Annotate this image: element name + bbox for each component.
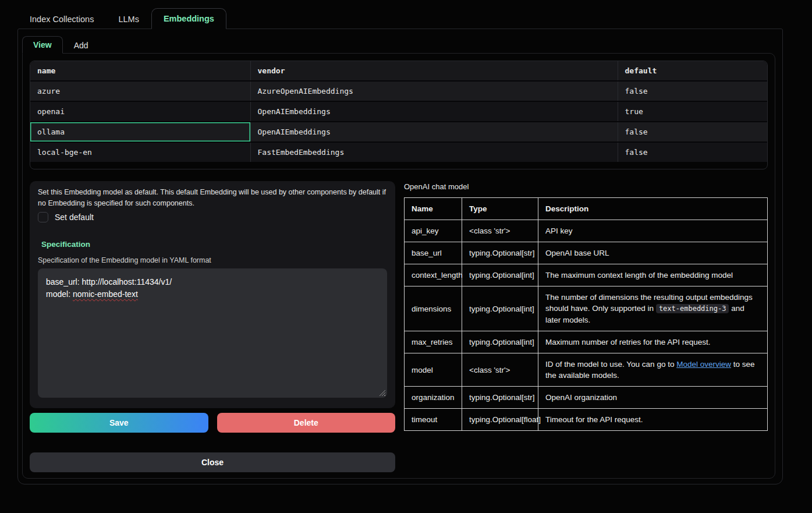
yaml-spec-editor[interactable]: base_url: http://localhost:11434/v1/ mod…	[38, 268, 387, 398]
schema-cell-description: ID of the model to use. You can go to Mo…	[538, 353, 768, 387]
resize-handle-icon[interactable]	[379, 390, 385, 396]
yaml-line-base-url: base_url: http://localhost:11434/v1/	[46, 276, 379, 288]
schema-column: OpenAI chat model Name Type Description …	[404, 181, 768, 472]
delete-button[interactable]: Delete	[217, 413, 396, 433]
schema-cell-name: max_retries	[405, 331, 462, 353]
set-default-checkbox-row[interactable]: Set default	[38, 212, 387, 222]
schema-cell-name: timeout	[405, 409, 462, 431]
schema-row: model<class 'str'>ID of the model to use…	[405, 353, 768, 387]
schema-column-name: Name	[405, 198, 462, 220]
embedding-cell-default[interactable]: false	[618, 142, 767, 162]
specification-heading: Specification	[41, 240, 387, 249]
embedding-cell-default[interactable]: false	[618, 122, 767, 142]
schema-cell-type: typing.Optional[str]	[462, 242, 538, 264]
tab-add[interactable]: Add	[63, 37, 100, 54]
default-help-text: Set this Embedding model as default. Thi…	[38, 187, 387, 209]
default-settings-panel: Set this Embedding model as default. Thi…	[30, 181, 395, 408]
embedding-cell-vendor[interactable]: FastEmbedEmbeddings	[250, 142, 618, 162]
schema-cell-type: typing.Optional[int]	[462, 331, 538, 353]
embeddings-table-header: name vendor default	[30, 61, 767, 81]
model-overview-link[interactable]: Model overview	[676, 360, 731, 369]
embedding-cell-name[interactable]: azure	[30, 81, 250, 101]
schema-table-header: Name Type Description	[405, 198, 768, 220]
schema-cell-name: model	[405, 353, 462, 387]
embedding-cell-name[interactable]: ollama	[30, 122, 250, 142]
schema-cell-description: Timeout for the API request.	[538, 409, 768, 431]
set-default-label: Set default	[55, 213, 94, 222]
schema-cell-description: Maximum number of retries for the API re…	[538, 331, 768, 353]
schema-row: organizationtyping.Optional[str]OpenAI o…	[405, 387, 768, 409]
embedding-cell-vendor[interactable]: OpenAIEmbeddings	[250, 101, 618, 122]
view-add-tab-bar: View Add	[22, 36, 775, 54]
schema-cell-type: typing.Optional[int]	[462, 264, 538, 286]
inline-code: text-embedding-3	[656, 304, 729, 313]
schema-row: api_key<class 'str'>API key	[405, 220, 768, 242]
schema-row: base_urltyping.Optional[str]OpenAI base …	[405, 242, 768, 264]
embedding-row[interactable]: azureAzureOpenAIEmbeddingsfalse	[30, 81, 767, 101]
embedding-cell-vendor[interactable]: OpenAIEmbeddings	[250, 122, 618, 142]
schema-cell-type: typing.Optional[int]	[462, 286, 538, 331]
schema-cell-description: The maximum context length of the embedd…	[538, 264, 768, 286]
schema-cell-type: <class 'str'>	[462, 353, 538, 387]
embedding-row[interactable]: openaiOpenAIEmbeddingstrue	[30, 101, 767, 122]
misspelled-word: nomic-embed-text	[73, 289, 138, 299]
set-default-checkbox[interactable]	[38, 212, 48, 222]
embeddings-panel: View Add name vendor default azureAzureO…	[17, 29, 783, 484]
embedding-cell-default[interactable]: false	[618, 81, 767, 101]
schema-cell-name: organization	[405, 387, 462, 409]
view-tab-panel: name vendor default azureAzureOpenAIEmbe…	[22, 53, 775, 479]
schema-cell-name: base_url	[405, 242, 462, 264]
column-header-name: name	[30, 61, 250, 81]
schema-cell-description: The number of dimensions the resulting o…	[538, 286, 768, 331]
schema-column-type: Type	[462, 198, 538, 220]
column-header-default: default	[618, 61, 767, 81]
specification-help-text: Specification of the Embedding model in …	[38, 256, 387, 264]
schema-cell-type: typing.Optional[str]	[462, 387, 538, 409]
close-button[interactable]: Close	[30, 452, 395, 472]
embedding-detail-column: Set this Embedding model as default. Thi…	[30, 181, 395, 472]
top-tab-bar: Index Collections LLMs Embeddings	[0, 0, 812, 29]
schema-row: dimensionstyping.Optional[int]The number…	[405, 286, 768, 331]
tab-index-collections[interactable]: Index Collections	[17, 9, 106, 29]
schema-cell-name: context_length	[405, 264, 462, 286]
schema-cell-type: <class 'str'>	[462, 220, 538, 242]
schema-row: context_lengthtyping.Optional[int]The ma…	[405, 264, 768, 286]
schema-column-description: Description	[538, 198, 768, 220]
schema-row: timeouttyping.Optional[float]Timeout for…	[405, 409, 768, 431]
tab-llms[interactable]: LLMs	[106, 9, 151, 29]
schema-cell-type: typing.Optional[float]	[462, 409, 538, 431]
column-header-vendor: vendor	[250, 61, 618, 81]
embedding-cell-name[interactable]: openai	[30, 101, 250, 122]
schema-table: Name Type Description api_key<class 'str…	[404, 197, 768, 431]
schema-cell-description: OpenAI organization	[538, 387, 768, 409]
schema-cell-description: API key	[538, 220, 768, 242]
embedding-row[interactable]: local-bge-enFastEmbedEmbeddingsfalse	[30, 142, 767, 162]
schema-cell-name: api_key	[405, 220, 462, 242]
embeddings-table: name vendor default azureAzureOpenAIEmbe…	[30, 61, 768, 169]
tab-view[interactable]: View	[22, 36, 63, 54]
embedding-row[interactable]: ollamaOpenAIEmbeddingsfalse	[30, 122, 767, 142]
save-button[interactable]: Save	[30, 413, 208, 433]
schema-title: OpenAI chat model	[404, 182, 768, 191]
schema-cell-name: dimensions	[405, 286, 462, 331]
schema-row: max_retriestyping.Optional[int]Maximum n…	[405, 331, 768, 353]
yaml-line-model: model: nomic-embed-text	[46, 288, 379, 300]
embedding-cell-vendor[interactable]: AzureOpenAIEmbeddings	[250, 81, 618, 101]
embedding-cell-default[interactable]: true	[618, 101, 767, 122]
embedding-cell-name[interactable]: local-bge-en	[30, 142, 250, 162]
schema-cell-description: OpenAI base URL	[538, 242, 768, 264]
tab-embeddings[interactable]: Embeddings	[151, 8, 226, 29]
